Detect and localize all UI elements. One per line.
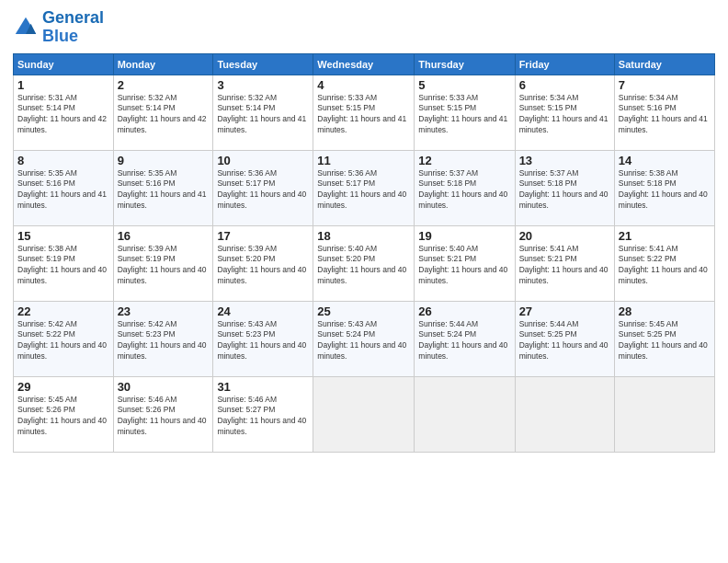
day-number: 13 — [519, 154, 610, 167]
day-number: 4 — [317, 78, 410, 92]
day-number: 5 — [418, 78, 510, 92]
day-info: Sunrise: 5:41 AM Sunset: 5:21 PM Dayligh… — [519, 244, 610, 288]
day-info: Sunrise: 5:35 AM Sunset: 5:16 PM Dayligh… — [17, 168, 109, 213]
day-info: Sunrise: 5:46 AM Sunset: 5:26 PM Dayligh… — [118, 395, 210, 439]
day-cell — [614, 376, 714, 452]
day-info: Sunrise: 5:32 AM Sunset: 5:14 PM Dayligh… — [217, 93, 309, 137]
column-header-thursday: Thursday — [415, 53, 515, 75]
day-cell: 29 Sunrise: 5:45 AM Sunset: 5:26 PM Dayl… — [14, 376, 114, 452]
column-header-wednesday: Wednesday — [313, 53, 415, 75]
day-cell: 12 Sunrise: 5:37 AM Sunset: 5:18 PM Dayl… — [415, 150, 515, 225]
day-cell: 5 Sunrise: 5:33 AM Sunset: 5:15 PM Dayli… — [415, 75, 515, 150]
day-info: Sunrise: 5:34 AM Sunset: 5:15 PM Dayligh… — [519, 93, 610, 137]
day-number: 23 — [118, 304, 210, 318]
day-cell: 26 Sunrise: 5:44 AM Sunset: 5:24 PM Dayl… — [415, 301, 515, 376]
day-info: Sunrise: 5:35 AM Sunset: 5:16 PM Dayligh… — [118, 168, 210, 213]
day-cell: 7 Sunrise: 5:34 AM Sunset: 5:16 PM Dayli… — [614, 75, 714, 150]
day-info: Sunrise: 5:38 AM Sunset: 5:19 PM Dayligh… — [17, 244, 109, 288]
day-info: Sunrise: 5:44 AM Sunset: 5:24 PM Dayligh… — [418, 319, 510, 363]
day-cell: 9 Sunrise: 5:35 AM Sunset: 5:16 PM Dayli… — [113, 150, 213, 225]
day-cell: 21 Sunrise: 5:41 AM Sunset: 5:22 PM Dayl… — [614, 225, 714, 301]
day-cell: 23 Sunrise: 5:42 AM Sunset: 5:23 PM Dayl… — [113, 301, 213, 376]
day-cell: 10 Sunrise: 5:36 AM Sunset: 5:17 PM Dayl… — [213, 150, 313, 225]
column-header-monday: Monday — [113, 53, 213, 75]
day-cell: 20 Sunrise: 5:41 AM Sunset: 5:21 PM Dayl… — [515, 225, 614, 301]
day-number: 20 — [519, 229, 610, 243]
day-cell — [313, 376, 415, 452]
day-info: Sunrise: 5:39 AM Sunset: 5:20 PM Dayligh… — [217, 244, 309, 288]
day-number: 10 — [217, 154, 309, 167]
day-info: Sunrise: 5:31 AM Sunset: 5:14 PM Dayligh… — [17, 93, 109, 137]
day-cell: 28 Sunrise: 5:45 AM Sunset: 5:25 PM Dayl… — [614, 301, 714, 376]
day-number: 14 — [619, 154, 711, 167]
day-number: 2 — [118, 78, 210, 92]
day-info: Sunrise: 5:33 AM Sunset: 5:15 PM Dayligh… — [418, 93, 510, 137]
page-container: General Blue SundayMondayTuesdayWednesda… — [0, 0, 728, 563]
day-info: Sunrise: 5:39 AM Sunset: 5:19 PM Dayligh… — [118, 244, 210, 288]
day-number: 26 — [418, 304, 510, 318]
week-row-2: 8 Sunrise: 5:35 AM Sunset: 5:16 PM Dayli… — [14, 150, 715, 225]
day-number: 19 — [418, 229, 510, 243]
day-number: 31 — [217, 380, 309, 394]
day-cell: 6 Sunrise: 5:34 AM Sunset: 5:15 PM Dayli… — [515, 75, 614, 150]
day-number: 16 — [118, 229, 210, 243]
day-cell: 1 Sunrise: 5:31 AM Sunset: 5:14 PM Dayli… — [14, 75, 114, 150]
day-info: Sunrise: 5:37 AM Sunset: 5:18 PM Dayligh… — [519, 168, 610, 213]
day-cell: 11 Sunrise: 5:36 AM Sunset: 5:17 PM Dayl… — [313, 150, 415, 225]
day-cell: 2 Sunrise: 5:32 AM Sunset: 5:14 PM Dayli… — [113, 75, 213, 150]
day-number: 17 — [217, 229, 309, 243]
header-row: SundayMondayTuesdayWednesdayThursdayFrid… — [14, 53, 715, 75]
day-cell — [415, 376, 515, 452]
calendar-table: SundayMondayTuesdayWednesdayThursdayFrid… — [13, 53, 715, 453]
day-cell: 18 Sunrise: 5:40 AM Sunset: 5:20 PM Dayl… — [313, 225, 415, 301]
day-cell: 17 Sunrise: 5:39 AM Sunset: 5:20 PM Dayl… — [213, 225, 313, 301]
day-number: 6 — [519, 78, 610, 92]
day-info: Sunrise: 5:32 AM Sunset: 5:14 PM Dayligh… — [118, 93, 210, 137]
day-cell: 15 Sunrise: 5:38 AM Sunset: 5:19 PM Dayl… — [14, 225, 114, 301]
day-info: Sunrise: 5:43 AM Sunset: 5:23 PM Dayligh… — [217, 319, 309, 363]
day-info: Sunrise: 5:42 AM Sunset: 5:22 PM Dayligh… — [17, 319, 109, 363]
day-number: 1 — [17, 78, 109, 92]
day-number: 29 — [17, 380, 109, 394]
day-info: Sunrise: 5:34 AM Sunset: 5:16 PM Dayligh… — [619, 93, 711, 137]
logo-text: General Blue — [42, 9, 104, 46]
day-number: 24 — [217, 304, 309, 318]
day-info: Sunrise: 5:42 AM Sunset: 5:23 PM Dayligh… — [118, 319, 210, 363]
column-header-saturday: Saturday — [614, 53, 714, 75]
day-cell: 19 Sunrise: 5:40 AM Sunset: 5:21 PM Dayl… — [415, 225, 515, 301]
day-cell: 13 Sunrise: 5:37 AM Sunset: 5:18 PM Dayl… — [515, 150, 614, 225]
day-number: 27 — [519, 304, 610, 318]
day-cell: 16 Sunrise: 5:39 AM Sunset: 5:19 PM Dayl… — [113, 225, 213, 301]
day-info: Sunrise: 5:45 AM Sunset: 5:25 PM Dayligh… — [619, 319, 711, 363]
week-row-4: 22 Sunrise: 5:42 AM Sunset: 5:22 PM Dayl… — [14, 301, 715, 376]
page-header: General Blue — [13, 9, 715, 46]
day-number: 15 — [17, 229, 109, 243]
week-row-1: 1 Sunrise: 5:31 AM Sunset: 5:14 PM Dayli… — [14, 75, 715, 150]
day-info: Sunrise: 5:43 AM Sunset: 5:24 PM Dayligh… — [317, 319, 410, 363]
day-number: 12 — [418, 154, 510, 167]
day-number: 8 — [17, 154, 109, 167]
day-info: Sunrise: 5:46 AM Sunset: 5:27 PM Dayligh… — [217, 395, 309, 439]
day-number: 28 — [619, 304, 711, 318]
day-info: Sunrise: 5:41 AM Sunset: 5:22 PM Dayligh… — [619, 244, 711, 288]
column-header-tuesday: Tuesday — [213, 53, 313, 75]
day-number: 25 — [317, 304, 410, 318]
day-cell: 3 Sunrise: 5:32 AM Sunset: 5:14 PM Dayli… — [213, 75, 313, 150]
day-cell — [515, 376, 614, 452]
day-cell: 4 Sunrise: 5:33 AM Sunset: 5:15 PM Dayli… — [313, 75, 415, 150]
day-info: Sunrise: 5:33 AM Sunset: 5:15 PM Dayligh… — [317, 93, 410, 137]
day-number: 22 — [17, 304, 109, 318]
day-number: 21 — [619, 229, 711, 243]
day-cell: 22 Sunrise: 5:42 AM Sunset: 5:22 PM Dayl… — [14, 301, 114, 376]
day-number: 18 — [317, 229, 410, 243]
day-info: Sunrise: 5:37 AM Sunset: 5:18 PM Dayligh… — [418, 168, 510, 213]
day-info: Sunrise: 5:45 AM Sunset: 5:26 PM Dayligh… — [17, 395, 109, 439]
day-number: 30 — [118, 380, 210, 394]
day-cell: 31 Sunrise: 5:46 AM Sunset: 5:27 PM Dayl… — [213, 376, 313, 452]
day-info: Sunrise: 5:44 AM Sunset: 5:25 PM Dayligh… — [519, 319, 610, 363]
day-cell: 25 Sunrise: 5:43 AM Sunset: 5:24 PM Dayl… — [313, 301, 415, 376]
day-info: Sunrise: 5:40 AM Sunset: 5:20 PM Dayligh… — [317, 244, 410, 288]
day-info: Sunrise: 5:36 AM Sunset: 5:17 PM Dayligh… — [217, 168, 309, 213]
day-cell: 14 Sunrise: 5:38 AM Sunset: 5:18 PM Dayl… — [614, 150, 714, 225]
day-number: 3 — [217, 78, 309, 92]
